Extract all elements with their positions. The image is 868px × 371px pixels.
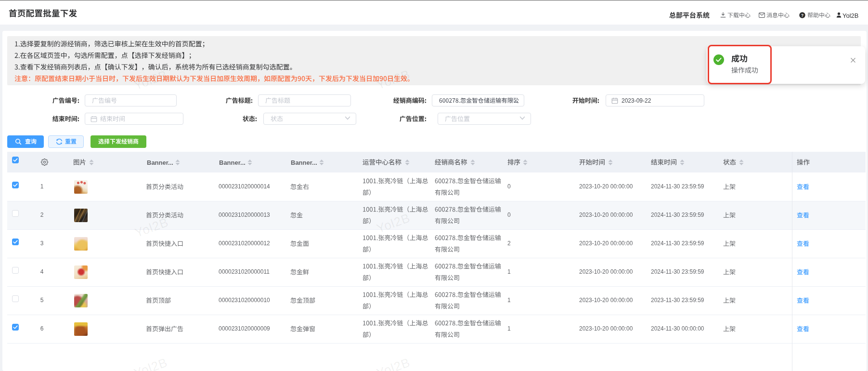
svg-text:?: ? — [801, 13, 803, 18]
